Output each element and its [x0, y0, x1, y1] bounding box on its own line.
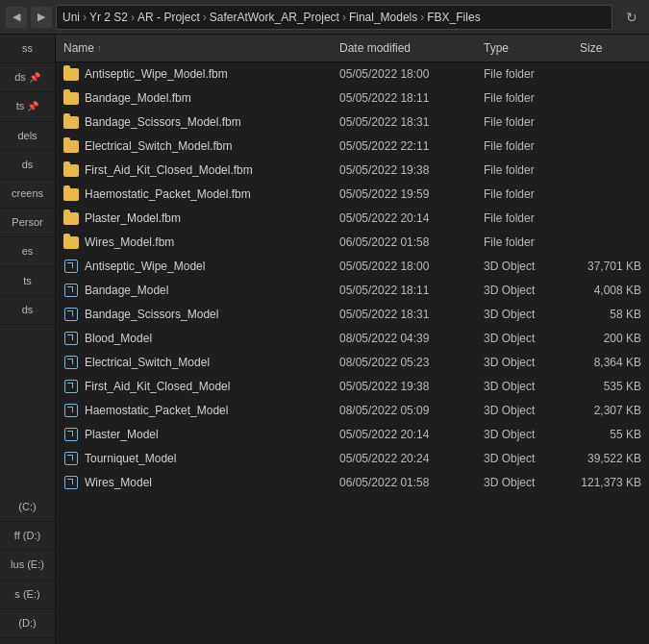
sidebar-item-persor[interactable]: Persor — [0, 209, 55, 237]
file-icon — [63, 114, 79, 130]
file-name-cell: Bandage_Scissors_Model — [56, 305, 332, 324]
file-size — [572, 112, 649, 132]
folder-icon — [63, 212, 79, 225]
file-size: 55 KB — [572, 425, 649, 444]
file-name-label: Bandage_Model.fbm — [85, 91, 191, 105]
file-type: File folder — [476, 136, 572, 156]
file-name-cell: Electrical_Switch_Model.fbm — [56, 136, 332, 156]
back-button[interactable]: ◀ — [6, 7, 27, 28]
col-header-size[interactable]: Size — [572, 38, 649, 58]
file-name-cell: Plaster_Model — [56, 425, 332, 444]
object-icon — [64, 260, 78, 273]
file-name-cell: Bandage_Model — [56, 281, 332, 300]
breadcrumb-safer: SaferAtWork_AR_Project — [210, 11, 339, 24]
file-list: Antiseptic_Wipe_Model.fbm 05/05/2022 18:… — [56, 62, 649, 644]
sidebar-item-ts2[interactable]: ts — [0, 267, 55, 296]
table-row[interactable]: Bandage_Scissors_Model 05/05/2022 18:31 … — [56, 303, 649, 327]
object-icon — [64, 380, 78, 393]
file-date: 05/05/2022 18:31 — [332, 305, 476, 324]
file-name-cell: Wires_Model.fbm — [56, 233, 332, 252]
table-row[interactable]: Wires_Model 06/05/2022 01:58 3D Object 1… — [56, 471, 649, 495]
sidebar-item-d2[interactable]: (D:) — [0, 609, 55, 638]
file-date: 05/05/2022 18:11 — [332, 88, 476, 108]
object-icon — [64, 284, 78, 297]
sidebar-item-ts[interactable]: ts 📌 — [0, 92, 55, 121]
file-name-cell: Bandage_Model.fbm — [56, 88, 332, 108]
object-icon — [64, 452, 78, 465]
sidebar-item-ds3[interactable]: ds — [0, 296, 55, 325]
table-row[interactable]: Haemostatic_Packet_Model 08/05/2022 05:0… — [56, 399, 649, 423]
file-icon — [63, 403, 79, 418]
sidebar-item-ds1[interactable]: ds 📌 — [0, 63, 55, 92]
file-type: 3D Object — [476, 329, 572, 348]
table-row[interactable]: Blood_Model 08/05/2022 04:39 3D Object 2… — [56, 327, 649, 351]
file-type: 3D Object — [476, 353, 572, 372]
column-headers: Name ↑ Date modified Type Size — [56, 35, 649, 62]
folder-icon — [63, 68, 79, 81]
object-icon — [64, 356, 78, 369]
sidebar-item-d1[interactable]: ff (D:) — [0, 522, 55, 551]
file-type: 3D Object — [476, 449, 572, 468]
sidebar-item-e1[interactable]: lus (E:) — [0, 551, 55, 580]
sidebar-item-dels[interactable]: dels — [0, 122, 55, 151]
file-type: File folder — [476, 112, 572, 132]
file-name-cell: Tourniquet_Model — [56, 449, 332, 468]
main-layout: ss ds 📌 ts 📌 dels ds creens Persor es ts… — [0, 35, 649, 644]
col-header-name[interactable]: Name ↑ — [56, 38, 332, 58]
file-name-label: Electrical_Switch_Model — [85, 356, 210, 369]
file-icon — [63, 186, 79, 202]
table-row[interactable]: Electrical_Switch_Model.fbm 05/05/2022 2… — [56, 135, 649, 159]
table-row[interactable]: Antiseptic_Wipe_Model.fbm 05/05/2022 18:… — [56, 62, 649, 87]
file-size: 58 KB — [572, 305, 649, 324]
table-row[interactable]: Antiseptic_Wipe_Model 05/05/2022 18:00 3… — [56, 255, 649, 279]
forward-button[interactable]: ▶ — [31, 7, 52, 28]
table-row[interactable]: Plaster_Model 05/05/2022 20:14 3D Object… — [56, 423, 649, 447]
table-row[interactable]: Wires_Model.fbm 06/05/2022 01:58 File fo… — [56, 231, 649, 255]
table-row[interactable]: Tourniquet_Model 05/05/2022 20:24 3D Obj… — [56, 447, 649, 471]
folder-icon — [63, 236, 79, 249]
file-name-cell: Plaster_Model.fbm — [56, 209, 332, 228]
file-type: 3D Object — [476, 473, 572, 492]
table-row[interactable]: First_Aid_Kit_Closed_Model.fbm 05/05/202… — [56, 159, 649, 183]
breadcrumb[interactable]: Uni › Yr 2 S2 › AR - Project › SaferAtWo… — [56, 5, 612, 30]
table-row[interactable]: Bandage_Scissors_Model.fbm 05/05/2022 18… — [56, 111, 649, 135]
table-row[interactable]: Haemostatic_Packet_Model.fbm 05/05/2022 … — [56, 183, 649, 207]
sidebar-item-ss[interactable]: ss — [0, 35, 55, 63]
file-name-label: Haemostatic_Packet_Model — [85, 404, 228, 417]
table-row[interactable]: Plaster_Model.fbm 05/05/2022 20:14 File … — [56, 207, 649, 231]
pin-icon: 📌 — [27, 101, 38, 111]
file-name-cell: Bandage_Scissors_Model.fbm — [56, 112, 332, 132]
col-header-date[interactable]: Date modified — [332, 38, 476, 58]
file-icon — [63, 451, 79, 466]
file-type: 3D Object — [476, 281, 572, 300]
file-size: 8,364 KB — [572, 353, 649, 372]
breadcrumb-final-models: Final_Models — [349, 11, 417, 24]
object-icon — [64, 476, 78, 489]
sidebar-item-ds2[interactable]: ds — [0, 151, 55, 180]
table-row[interactable]: Bandage_Model 05/05/2022 18:11 3D Object… — [56, 279, 649, 303]
file-pane: Name ↑ Date modified Type Size Antisepti… — [56, 35, 649, 644]
file-size: 2,307 KB — [572, 401, 649, 420]
sidebar-item-es[interactable]: es — [0, 237, 55, 266]
file-date: 08/05/2022 05:23 — [332, 353, 476, 372]
file-size — [572, 136, 649, 156]
folder-icon — [63, 188, 79, 201]
sort-icon: ↑ — [97, 43, 102, 53]
file-size — [572, 64, 649, 84]
file-name-label: Antiseptic_Wipe_Model — [85, 260, 205, 273]
breadcrumb-ar-project: AR - Project — [137, 11, 200, 24]
file-name-label: Antiseptic_Wipe_Model.fbm — [85, 67, 228, 81]
sidebar-item-c[interactable]: (C:) — [0, 493, 55, 522]
table-row[interactable]: Electrical_Switch_Model 08/05/2022 05:23… — [56, 351, 649, 375]
file-name-cell: Haemostatic_Packet_Model — [56, 401, 332, 420]
file-name-label: Tourniquet_Model — [85, 452, 176, 465]
col-header-type[interactable]: Type — [476, 38, 572, 58]
file-name-cell: Antiseptic_Wipe_Model — [56, 257, 332, 276]
sidebar-item-creens[interactable]: creens — [0, 180, 55, 209]
file-size — [572, 233, 649, 252]
folder-icon — [63, 116, 79, 129]
table-row[interactable]: Bandage_Model.fbm 05/05/2022 18:11 File … — [56, 87, 649, 111]
refresh-button[interactable]: ↻ — [620, 6, 643, 29]
table-row[interactable]: First_Aid_Kit_Closed_Model 05/05/2022 19… — [56, 375, 649, 399]
sidebar-item-e2[interactable]: s (E:) — [0, 581, 55, 609]
